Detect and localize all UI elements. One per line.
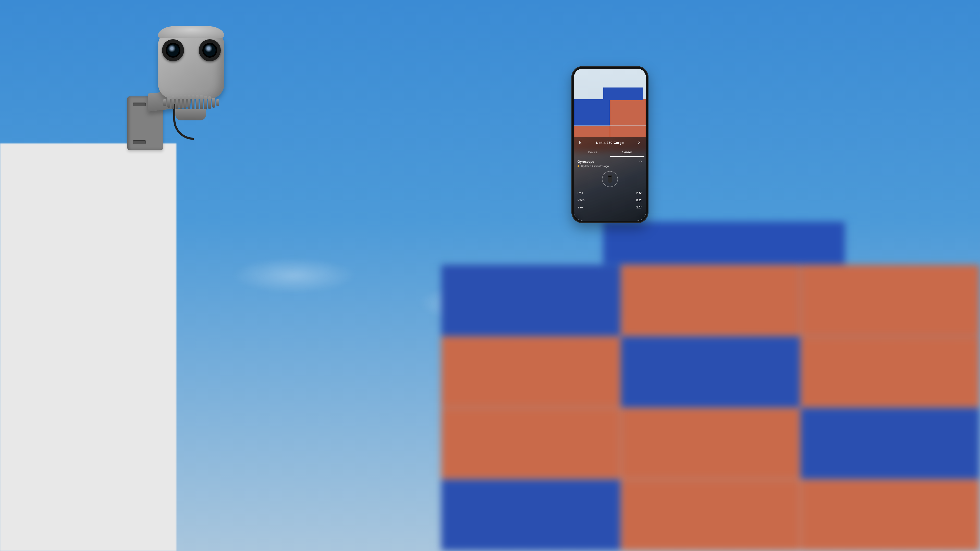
- tab-sensor[interactable]: Sensor: [610, 148, 644, 157]
- metric-pitch: Pitch 0.2°: [574, 197, 646, 204]
- sensor-card: Nokia 360-Cargo Device Sensor Gyroscope: [574, 137, 646, 221]
- notes-icon[interactable]: [578, 140, 584, 146]
- camera-body: [158, 27, 224, 99]
- metric-value: 1.1°: [636, 206, 642, 209]
- metric-value: 2.5°: [636, 191, 642, 195]
- camera-lens-left: [162, 39, 184, 61]
- metric-roll: Roll 2.5°: [574, 189, 646, 197]
- tabs: Device Sensor: [576, 148, 644, 157]
- gyro-visual: [574, 171, 646, 187]
- section-header[interactable]: Gyroscope: [574, 158, 646, 165]
- phone-frame: Nokia 360-Cargo Device Sensor Gyroscope: [571, 66, 649, 223]
- metric-value: 0.2°: [636, 198, 642, 202]
- camera-base: [175, 109, 206, 121]
- mounting-pillar: [0, 143, 177, 551]
- updated-row: Updated 4 minutes ago: [574, 165, 646, 168]
- chevron-up-icon: [639, 159, 642, 164]
- updated-text: Updated 4 minutes ago: [581, 165, 609, 168]
- close-icon[interactable]: [636, 140, 642, 146]
- tab-device[interactable]: Device: [576, 148, 610, 157]
- metric-label: Roll: [578, 191, 583, 195]
- metric-label: Pitch: [578, 198, 585, 202]
- section-title: Gyroscope: [578, 160, 594, 164]
- card-title: Nokia 360-Cargo: [596, 141, 624, 144]
- status-dot-icon: [578, 165, 579, 167]
- metric-yaw: Yaw 1.1°: [574, 204, 646, 211]
- gyroscope-icon: [608, 175, 612, 182]
- gyro-circle: [602, 171, 618, 187]
- containers-blur: [441, 265, 980, 551]
- camera-device: [127, 27, 222, 155]
- camera-lens-right: [199, 39, 221, 61]
- metric-label: Yaw: [578, 206, 584, 209]
- phone-screen: Nokia 360-Cargo Device Sensor Gyroscope: [574, 68, 646, 221]
- scene-background: Nokia 360-Cargo Device Sensor Gyroscope: [0, 0, 980, 551]
